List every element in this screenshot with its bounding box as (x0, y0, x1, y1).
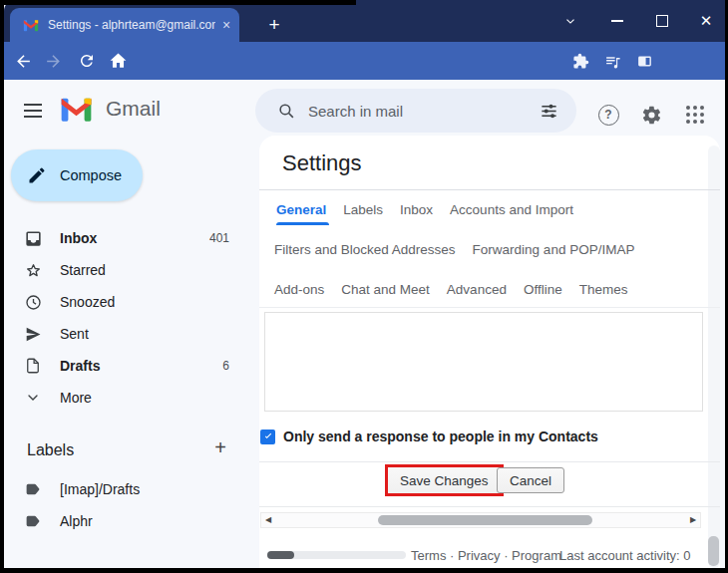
home-button[interactable] (104, 47, 132, 75)
page-title: Settings (282, 150, 362, 176)
browser-toolbar: https://mail.google.com/mail/u/0/?tab=rm… (4, 42, 725, 80)
labels-add-button[interactable]: + (209, 436, 231, 458)
hamburger-menu-icon[interactable] (21, 99, 45, 123)
tab-title: Settings - alphrteam@gmail.com (48, 18, 215, 32)
sidebar-label-imap-drafts[interactable]: [Imap]/Drafts (16, 473, 229, 505)
search-input[interactable]: Search in mail (255, 89, 576, 133)
send-icon (23, 324, 43, 344)
storage-meter-fill (267, 551, 294, 559)
gmail-logo-icon (60, 96, 93, 123)
sidebar-item-more[interactable]: More (16, 382, 229, 414)
search-placeholder: Search in mail (308, 103, 540, 120)
red-annotation-box: Save Changes (385, 464, 504, 496)
active-tab-underline (276, 222, 329, 225)
tab-labels[interactable]: Labels (343, 202, 383, 217)
chevron-down-icon (23, 388, 43, 408)
side-panel-icon[interactable] (630, 47, 658, 75)
label-tag-icon (23, 511, 43, 531)
tab-forwarding-and-pop-imap[interactable]: Forwarding and POP/IMAP (473, 242, 635, 257)
star-icon (23, 260, 43, 280)
divider (259, 189, 720, 190)
forward-button[interactable] (39, 47, 67, 75)
gmail-favicon (23, 19, 39, 32)
storage-meter (267, 551, 406, 559)
tab-offline[interactable]: Offline (524, 282, 562, 297)
vertical-scrollbar-track[interactable] (708, 145, 720, 568)
back-button[interactable] (9, 47, 37, 75)
sidebar-item-sent[interactable]: Sent (16, 318, 229, 350)
inbox-count: 401 (209, 231, 229, 245)
browser-tab[interactable]: Settings - alphrteam@gmail.com × (10, 8, 239, 42)
scroll-right-arrow-icon[interactable]: ▶ (687, 513, 699, 527)
help-icon[interactable]: ? (594, 101, 622, 129)
titlebar: Settings - alphrteam@gmail.com × + ✕ (4, 0, 725, 42)
gmail-app: Gmail Search in mail ? (4, 80, 725, 568)
pencil-icon (27, 165, 47, 185)
tab-general[interactable]: General (276, 202, 326, 217)
tab-themes[interactable]: Themes (579, 282, 628, 297)
tab-accounts-and-import[interactable]: Accounts and Import (450, 202, 573, 217)
horizontal-scrollbar-thumb[interactable] (378, 515, 592, 525)
sidebar-label-alphr[interactable]: Alphr (16, 505, 229, 537)
horizontal-scrollbar[interactable]: ◀ ▶ (260, 512, 701, 528)
last-account-activity: Last account activity: 0 (559, 548, 691, 563)
labels-section-title: Labels (27, 441, 74, 459)
draft-file-icon (23, 356, 43, 376)
gear-icon[interactable] (637, 101, 665, 129)
cancel-button[interactable]: Cancel (497, 467, 564, 493)
scroll-left-arrow-icon[interactable]: ◀ (262, 513, 274, 527)
sidebar-item-inbox[interactable]: Inbox 401 (16, 222, 229, 254)
tab-advanced[interactable]: Advanced (447, 282, 507, 297)
drafts-count: 6 (222, 359, 229, 373)
sidebar-item-snoozed[interactable]: Snoozed (16, 286, 229, 318)
compose-label: Compose (60, 167, 122, 183)
search-filters-tune-icon[interactable] (540, 102, 558, 121)
reload-button[interactable] (73, 47, 101, 75)
maximize-icon (656, 15, 668, 27)
contacts-only-checkbox[interactable] (260, 430, 275, 444)
settings-panel: Settings General Labels Inbox Accounts a… (259, 136, 720, 568)
browser-window: Settings - alphrteam@gmail.com × + ✕ h (4, 0, 725, 568)
window-close-button[interactable]: ✕ (691, 7, 721, 35)
apps-grid-icon[interactable] (681, 101, 709, 129)
footer-links[interactable]: Terms · Privacy · Program (411, 548, 561, 563)
clock-icon (23, 292, 43, 312)
playlist-icon[interactable] (598, 47, 626, 75)
contacts-only-label: Only send a response to people in my Con… (283, 429, 598, 444)
new-tab-button[interactable]: + (261, 12, 287, 38)
window-menu-chevron-icon[interactable] (555, 7, 585, 35)
sidebar-item-starred[interactable]: Starred (16, 254, 229, 286)
tab-close-icon[interactable]: × (217, 17, 235, 33)
vertical-scrollbar-thumb[interactable] (708, 536, 719, 566)
screen-edge (4, 0, 356, 5)
label-tag-icon (23, 479, 43, 499)
divider (259, 506, 720, 507)
tab-chat-and-meet[interactable]: Chat and Meet (341, 282, 430, 297)
search-icon[interactable] (277, 102, 296, 121)
window-minimize-button[interactable] (602, 7, 632, 35)
vacation-response-textarea[interactable] (264, 312, 703, 412)
checkmark-icon (262, 430, 274, 442)
save-changes-button[interactable]: Save Changes (388, 467, 501, 493)
gmail-wordmark: Gmail (106, 97, 161, 121)
sidebar-item-drafts[interactable]: Drafts 6 (16, 350, 229, 382)
compose-button[interactable]: Compose (11, 149, 143, 201)
tab-inbox[interactable]: Inbox (400, 202, 433, 217)
divider (259, 461, 720, 462)
divider (259, 307, 720, 308)
tab-add-ons[interactable]: Add-ons (274, 282, 324, 297)
window-maximize-button[interactable] (647, 7, 677, 35)
extensions-puzzle-icon[interactable] (566, 47, 594, 75)
minimize-icon (611, 20, 623, 22)
tab-filters-and-blocked-addresses[interactable]: Filters and Blocked Addresses (274, 242, 456, 257)
inbox-icon (23, 228, 43, 248)
